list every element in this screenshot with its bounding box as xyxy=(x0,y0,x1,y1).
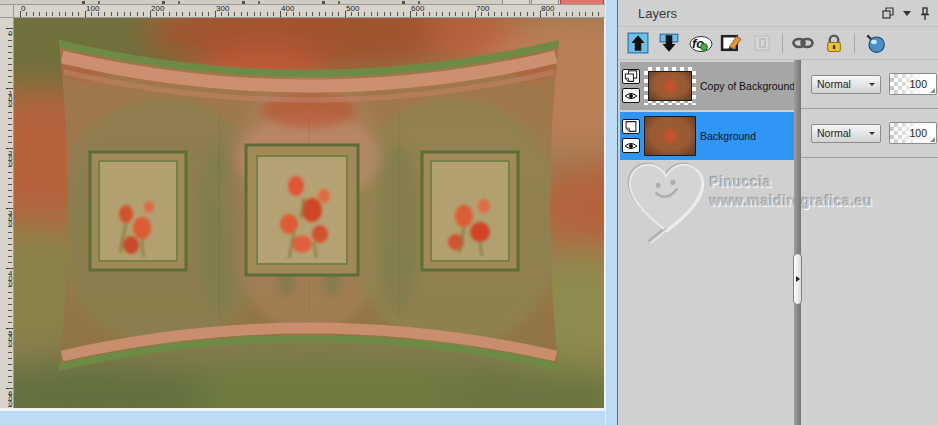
column-splitter[interactable] xyxy=(794,60,801,425)
highlight-orb-icon[interactable] xyxy=(862,30,888,56)
opacity-value: 100 xyxy=(909,78,927,90)
opacity-field[interactable]: 100 xyxy=(889,122,937,144)
mask-icon-disabled xyxy=(749,30,775,56)
layers-palette: Layers fo xyxy=(617,0,938,425)
layer-thumbnail[interactable] xyxy=(648,71,692,101)
ruler-tick: 100 xyxy=(85,11,86,17)
layer-name[interactable]: Background xyxy=(700,130,756,142)
canvas-image[interactable] xyxy=(14,18,604,408)
screen: 0100200300400500600700800 01002003004005… xyxy=(0,0,938,425)
blend-column: Normal 100 Normal 100 xyxy=(801,60,938,158)
ruler-tick: 100 xyxy=(6,88,13,89)
ruler-tick: 500 xyxy=(6,328,13,329)
menu-caret-icon[interactable] xyxy=(903,10,911,16)
layers-palette-title: Layers xyxy=(638,6,677,21)
watermark-url: www.maidiregrafica.eu xyxy=(710,193,872,209)
watermark-name: Pinuccia xyxy=(710,174,872,190)
resize-grip-icon[interactable] xyxy=(930,137,935,142)
ruler-tick: 300 xyxy=(215,11,216,17)
layer-thumbnail-selection-ants[interactable] xyxy=(644,67,696,105)
move-layer-up-icon[interactable] xyxy=(625,30,651,56)
visibility-toggle-icon[interactable] xyxy=(622,88,640,103)
ruler-tick: 0 xyxy=(20,11,21,17)
ruler-tick: 600 xyxy=(410,11,411,17)
ruler-tick: 0 xyxy=(6,28,13,29)
ruler-tick: 200 xyxy=(6,148,13,149)
layer-list: Copy of Background Background xyxy=(620,62,794,162)
blend-mode-dropdown[interactable]: Normal xyxy=(811,75,881,94)
arrow-right-icon xyxy=(796,276,803,282)
edit-layer-icon[interactable] xyxy=(718,30,744,56)
blend-mode-value: Normal xyxy=(817,127,851,139)
layer-type-icon xyxy=(622,69,640,84)
layer-effects-icon[interactable]: fo xyxy=(687,30,713,56)
splitter-handle[interactable] xyxy=(793,253,802,305)
chevron-down-icon xyxy=(869,83,875,89)
horizontal-ruler: 0100200300400500600700800 xyxy=(14,5,605,18)
move-layer-down-icon[interactable] xyxy=(656,30,682,56)
workspace-gap xyxy=(605,0,617,425)
layer-type-icon xyxy=(622,119,640,134)
opacity-field[interactable]: 100 xyxy=(889,73,937,95)
toolbar-separator xyxy=(782,33,783,53)
vertical-ruler: 0100200300400500600 xyxy=(0,18,14,408)
ruler-corner xyxy=(0,5,14,18)
ruler-tick: 700 xyxy=(475,11,476,17)
ruler-tick: 300 xyxy=(6,208,13,209)
ruler-tick: 400 xyxy=(6,268,13,269)
workspace-strip xyxy=(0,411,617,425)
layer-thumbnail[interactable] xyxy=(644,116,696,156)
pin-icon[interactable] xyxy=(920,7,930,20)
layer-name[interactable]: Copy of Background xyxy=(700,80,794,92)
layers-toolbar: fo xyxy=(618,27,938,60)
toolbar-separator xyxy=(854,33,855,53)
ruler-tick: 600 xyxy=(6,388,13,389)
image-window: 0100200300400500600700800 01002003004005… xyxy=(0,0,605,411)
heart-smiley-icon xyxy=(622,158,710,244)
resize-grip-icon[interactable] xyxy=(930,88,935,93)
blend-mode-value: Normal xyxy=(817,78,851,90)
lock-transparency-icon[interactable] xyxy=(821,30,847,56)
link-layers-icon[interactable] xyxy=(790,30,816,56)
layer-row-copy-of-background[interactable]: Copy of Background xyxy=(620,62,794,110)
float-window-icon[interactable] xyxy=(882,7,894,19)
blend-mode-dropdown[interactable]: Normal xyxy=(811,124,881,143)
blend-row: Normal 100 xyxy=(801,60,938,109)
layers-palette-header[interactable]: Layers xyxy=(618,0,938,27)
watermark: Pinuccia www.maidiregrafica.eu xyxy=(622,158,872,244)
opacity-value: 100 xyxy=(909,127,927,139)
ruler-tick: 500 xyxy=(345,11,346,17)
ruler-tick: 800 xyxy=(540,11,541,17)
ruler-tick: 400 xyxy=(280,11,281,17)
ruler-tick: 200 xyxy=(150,11,151,17)
visibility-toggle-icon[interactable] xyxy=(622,138,640,153)
titlebar-text-clipped xyxy=(20,1,450,4)
layer-row-background[interactable]: Background xyxy=(620,112,794,160)
chevron-down-icon xyxy=(869,132,875,138)
blend-row: Normal 100 xyxy=(801,109,938,158)
